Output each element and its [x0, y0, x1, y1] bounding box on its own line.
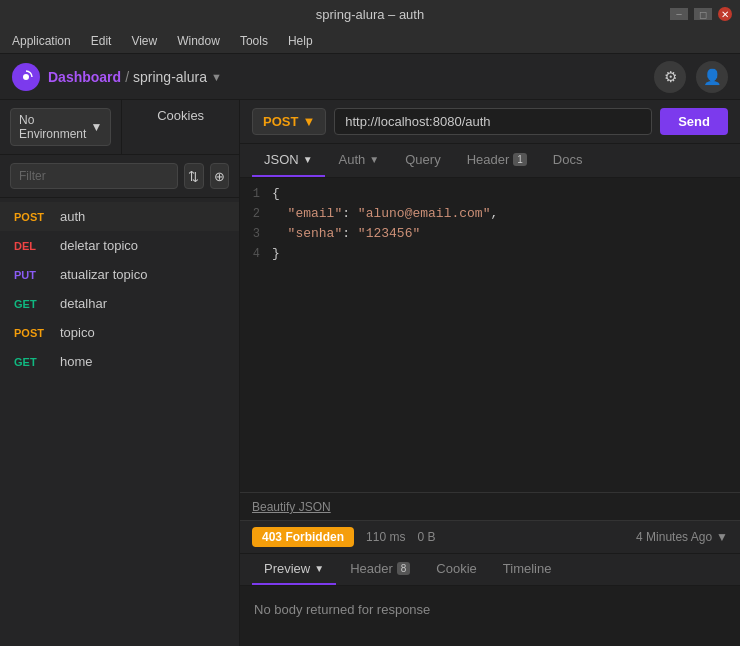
- response-tab-cookie[interactable]: Cookie: [424, 554, 488, 585]
- json-key: "email": [288, 206, 343, 221]
- menu-help[interactable]: Help: [284, 32, 317, 50]
- add-request-button[interactable]: ⊕: [210, 163, 230, 189]
- breadcrumb-dashboard[interactable]: Dashboard: [48, 69, 121, 85]
- chevron-down-icon: ▼: [369, 154, 379, 165]
- tab-header-label: Header: [350, 561, 393, 576]
- method-selector[interactable]: POST ▼: [252, 108, 326, 135]
- user-icon: 👤: [703, 68, 722, 86]
- item-name: auth: [60, 209, 85, 224]
- user-button[interactable]: 👤: [696, 61, 728, 93]
- request-tabs-bar: JSON ▼ Auth ▼ Query Header 1 Docs: [240, 144, 740, 178]
- close-button[interactable]: ✕: [718, 7, 732, 21]
- sidebar-item-topico[interactable]: POST topico: [0, 318, 239, 347]
- tab-docs[interactable]: Docs: [541, 144, 595, 177]
- status-badge: 403 Forbidden: [252, 527, 354, 547]
- response-tab-timeline[interactable]: Timeline: [491, 554, 564, 585]
- plus-icon: ⊕: [214, 169, 225, 184]
- sidebar-item-atualizar-topico[interactable]: PUT atualizar topico: [0, 260, 239, 289]
- response-area: Beautify JSON 403 Forbidden 110 ms 0 B 4…: [240, 492, 740, 646]
- tab-json[interactable]: JSON ▼: [252, 144, 325, 177]
- url-input[interactable]: [334, 108, 652, 135]
- response-tab-header[interactable]: Header 8: [338, 554, 422, 585]
- beautify-bar: Beautify JSON: [240, 493, 740, 521]
- time-ago[interactable]: 4 Minutes Ago ▼: [636, 530, 728, 544]
- filter-input[interactable]: [10, 163, 178, 189]
- tab-query[interactable]: Query: [393, 144, 452, 177]
- tab-cookie-label: Cookie: [436, 561, 476, 576]
- window-controls: － ◻ ✕: [670, 7, 732, 21]
- sidebar: No Environment ▼ Cookies ⇅ ⊕ POST auth: [0, 100, 240, 646]
- tab-header-label: Header: [467, 152, 510, 167]
- menu-bar: Application Edit View Window Tools Help: [0, 28, 740, 54]
- nav-bar: Dashboard / spring-alura ▼ ⚙ 👤: [0, 54, 740, 100]
- sidebar-item-auth[interactable]: POST auth: [0, 202, 239, 231]
- line-content: "senha": "123456": [272, 226, 420, 241]
- window-title: spring-alura – auth: [316, 7, 424, 22]
- menu-application[interactable]: Application: [8, 32, 75, 50]
- sidebar-filter-row: ⇅ ⊕: [0, 155, 239, 198]
- send-button[interactable]: Send: [660, 108, 728, 135]
- sidebar-item-deletar-topico[interactable]: DEL deletar topico: [0, 231, 239, 260]
- method-badge-post: POST: [14, 211, 50, 223]
- item-name: detalhar: [60, 296, 107, 311]
- menu-edit[interactable]: Edit: [87, 32, 116, 50]
- tab-docs-label: Docs: [553, 152, 583, 167]
- cookies-column: Cookies: [122, 100, 239, 154]
- response-body: No body returned for response: [240, 586, 740, 646]
- tab-json-label: JSON: [264, 152, 299, 167]
- restore-button[interactable]: ◻: [694, 8, 712, 20]
- chevron-down-icon[interactable]: ▼: [211, 71, 222, 83]
- sidebar-item-detalhar[interactable]: GET detalhar: [0, 289, 239, 318]
- item-name: topico: [60, 325, 95, 340]
- menu-tools[interactable]: Tools: [236, 32, 272, 50]
- tab-header-badge: 1: [513, 153, 527, 166]
- method-label: POST: [263, 114, 298, 129]
- breadcrumb: Dashboard / spring-alura ▼: [48, 69, 222, 85]
- item-name: atualizar topico: [60, 267, 147, 282]
- env-column: No Environment ▼: [0, 100, 122, 154]
- request-editor[interactable]: 1 { 2 "email": "aluno@email.com", 3 "sen…: [240, 178, 740, 492]
- sidebar-item-home[interactable]: GET home: [0, 347, 239, 376]
- logo-icon: [18, 69, 34, 85]
- editor-line-4: 4 }: [240, 246, 740, 266]
- method-badge-get: GET: [14, 298, 50, 310]
- method-badge-get: GET: [14, 356, 50, 368]
- line-content: "email": "aluno@email.com",: [272, 206, 498, 221]
- menu-window[interactable]: Window: [173, 32, 224, 50]
- settings-button[interactable]: ⚙: [654, 61, 686, 93]
- status-text: Forbidden: [285, 530, 344, 544]
- json-key: "senha": [288, 226, 343, 241]
- main-layout: No Environment ▼ Cookies ⇅ ⊕ POST auth: [0, 100, 740, 646]
- tab-header[interactable]: Header 1: [455, 144, 539, 177]
- status-code: 403: [262, 530, 282, 544]
- response-time: 110 ms: [366, 530, 405, 544]
- tab-auth[interactable]: Auth ▼: [327, 144, 392, 177]
- chevron-down-icon: ▼: [90, 120, 102, 134]
- response-size: 0 B: [417, 530, 435, 544]
- chevron-down-icon: ▼: [314, 563, 324, 574]
- env-selector[interactable]: No Environment ▼: [10, 108, 111, 146]
- item-name: home: [60, 354, 93, 369]
- sort-button[interactable]: ⇅: [184, 163, 204, 189]
- json-value: "123456": [358, 226, 420, 241]
- nav-right: ⚙ 👤: [654, 61, 728, 93]
- url-bar: POST ▼ Send: [240, 100, 740, 144]
- method-badge-del: DEL: [14, 240, 50, 252]
- method-badge-post: POST: [14, 327, 50, 339]
- minimize-button[interactable]: －: [670, 8, 688, 20]
- editor-line-2: 2 "email": "aluno@email.com",: [240, 206, 740, 226]
- tab-query-label: Query: [405, 152, 440, 167]
- response-tab-preview[interactable]: Preview ▼: [252, 554, 336, 585]
- line-number: 4: [240, 246, 272, 261]
- line-number: 3: [240, 226, 272, 241]
- beautify-link[interactable]: Beautify JSON: [252, 500, 331, 514]
- request-panel: POST ▼ Send JSON ▼ Auth ▼ Query Header 1: [240, 100, 740, 646]
- cookies-label[interactable]: Cookies: [157, 108, 204, 123]
- method-badge-put: PUT: [14, 269, 50, 281]
- json-value: "aluno@email.com": [358, 206, 491, 221]
- tab-preview-label: Preview: [264, 561, 310, 576]
- breadcrumb-project[interactable]: spring-alura: [133, 69, 207, 85]
- chevron-down-icon: ▼: [303, 154, 313, 165]
- sort-icon: ⇅: [188, 169, 199, 184]
- menu-view[interactable]: View: [127, 32, 161, 50]
